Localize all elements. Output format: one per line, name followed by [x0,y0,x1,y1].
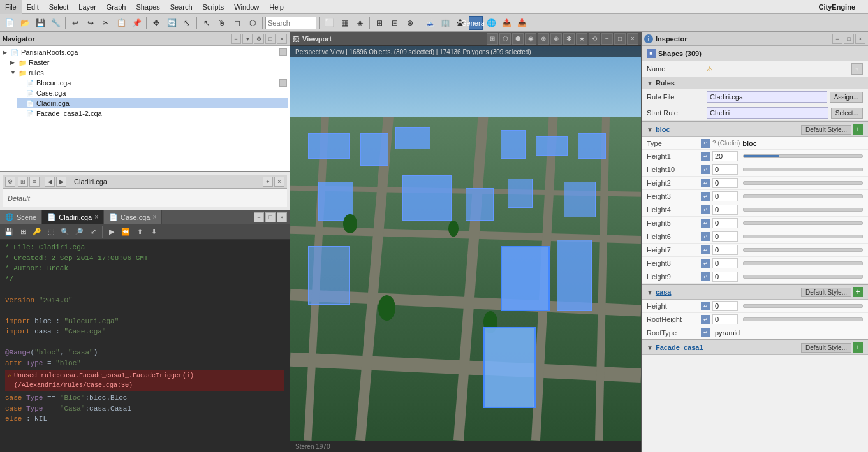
unknown-tb1[interactable]: 🔧 [48,16,63,30]
menu-window[interactable]: Window [229,0,264,14]
cladiri-prev[interactable]: ◀ [45,177,55,187]
height4-input[interactable] [712,205,738,215]
tb-after-gen2[interactable]: 📤 [499,16,513,30]
nav-item-parisian[interactable]: ▶ 📄 ParisianRoofs.cga [1,47,288,57]
vp-btn4[interactable]: ◉ [525,33,536,45]
roof-height-slider[interactable] [743,317,863,321]
ed-btn3[interactable]: 🔑 [31,226,43,238]
rules-section-header[interactable]: ▼ Rules [642,77,868,89]
vp-close[interactable]: × [627,33,638,45]
height4-slider[interactable] [743,208,863,212]
ed-btn10[interactable]: ⬆ [133,226,146,238]
height6-slider[interactable] [743,235,863,238]
editor-min-btn[interactable]: − [254,212,264,222]
height7-slider[interactable] [743,248,863,252]
ed-btn4[interactable]: ⬚ [45,226,57,238]
vp-btn7[interactable]: ✱ [563,33,575,45]
facade-add-btn[interactable]: + [853,342,863,353]
nav-item-cladiri[interactable]: 📄 Cladiri.cga [17,98,288,108]
scale-button[interactable]: ⤡ [180,16,194,30]
height9-input[interactable] [712,272,738,282]
ed-btn6[interactable]: 🔎 [73,226,85,238]
nav-expand-button[interactable]: □ [265,34,276,44]
cladiri-remove[interactable]: × [274,177,284,187]
open-button[interactable]: 📂 [18,16,32,30]
menu-file[interactable]: File [0,0,22,14]
height2-slider[interactable] [743,181,863,185]
nav-settings-button[interactable]: ⚙ [254,34,264,44]
menu-shapes[interactable]: Shapes [131,0,165,14]
new-button[interactable]: 📄 [3,16,17,30]
select-button[interactable]: Select... [831,108,863,119]
move-button[interactable]: ✥ [149,16,163,30]
tb-snap1[interactable]: ⊞ [372,16,386,30]
tb-btn8[interactable]: ⬡ [246,16,260,30]
tb-snap3[interactable]: ⊕ [403,16,417,30]
editor-max-btn[interactable]: □ [265,212,276,222]
tb-view3[interactable]: ◈ [353,16,367,30]
height9-slider[interactable] [743,275,863,279]
nav-item-raster[interactable]: ▶ 📁 Raster [9,57,288,68]
vp-btn1[interactable]: ⊞ [487,33,498,45]
nav-item-case[interactable]: 📄 Case.cga [17,88,288,98]
inspector-min-btn[interactable]: − [832,34,842,44]
bloc-section-header[interactable]: ▼ bloc Default Style... + [642,121,868,137]
nav-close-button[interactable]: × [277,34,287,44]
editor-tab-scene[interactable]: 🌐 Scene [0,210,42,224]
casa-height-slider[interactable] [743,304,863,308]
cladiri-next[interactable]: ▶ [56,177,66,187]
facade-section-title[interactable]: Facade_casa1 [656,344,798,351]
nav-item-facade[interactable]: 📄 Facade_casa1-2.cqa [17,108,288,119]
menu-select[interactable]: Select [44,0,74,14]
cladiri-view2[interactable]: ≡ [29,177,40,187]
height8-input[interactable] [712,258,738,268]
editor-close-btn[interactable]: × [277,212,287,222]
tb-btn6[interactable]: 🖱 [215,16,229,30]
height7-input[interactable] [712,245,738,255]
ed-btn8[interactable]: ▶ [105,226,118,238]
save-button[interactable]: 💾 [33,16,47,30]
height3-slider[interactable] [743,194,863,198]
inspector-close-btn[interactable]: × [855,34,865,44]
height1-slider[interactable] [743,154,863,158]
tb-btn7[interactable]: ◻ [230,16,244,30]
undo-button[interactable]: ↩ [68,16,82,30]
select-button[interactable]: ↖ [200,16,214,30]
nav-item-rules[interactable]: ▼ 📁 rules [9,68,288,78]
rotate-button[interactable]: 🔄 [165,16,179,30]
tb-after-gen1[interactable]: 🌐 [484,16,498,30]
tb-view2[interactable]: ▦ [337,16,351,30]
vp-btn6[interactable]: ⊗ [550,33,562,45]
menu-graph[interactable]: Graph [101,0,131,14]
building-button[interactable]: 🏢 [438,16,452,30]
terrain-button[interactable]: 🗻 [423,16,437,30]
ed-btn2[interactable]: ⊞ [17,226,29,238]
redo-button[interactable]: ↪ [84,16,98,30]
height3-input[interactable] [712,191,738,201]
menu-scripts[interactable]: Scripts [198,0,230,14]
cladiri-view1[interactable]: ⊞ [18,177,28,187]
start-rule-input[interactable] [707,107,828,119]
height8-slider[interactable] [743,261,863,265]
menu-edit[interactable]: Edit [22,0,44,14]
code-editor[interactable]: * File: Cladiri.cga * Created: 2 Sep 201… [0,240,290,452]
casa-add-btn[interactable]: + [853,287,863,297]
editor-tab-cladiri[interactable]: 📄 Cladiri.cga × [42,210,104,224]
height6-input[interactable] [712,231,738,242]
tb-btn3[interactable]: ✂ [99,16,113,30]
vp-max[interactable]: □ [614,33,626,45]
vp-btn2[interactable]: ⬡ [499,33,511,45]
cladiri-settings-btn[interactable]: ⚙ [5,177,15,187]
viewport-content[interactable]: Perspective View | 16896 Objects. (309 s… [290,46,641,441]
height5-slider[interactable] [743,221,863,225]
height2-input[interactable] [712,178,738,188]
menu-layer[interactable]: Layer [73,0,101,14]
vp-btn5[interactable]: ⊕ [538,33,549,45]
inspector-max-btn[interactable]: □ [844,34,854,44]
ed-save[interactable]: 💾 [3,226,15,238]
assign-button[interactable]: Assign... [830,92,863,103]
casa-section-header[interactable]: ▼ casa Default Style... + [642,284,868,300]
vp-min[interactable]: − [601,33,613,45]
bloc-section-title[interactable]: bloc [656,126,798,133]
vp-btn9[interactable]: ⟲ [589,33,600,45]
